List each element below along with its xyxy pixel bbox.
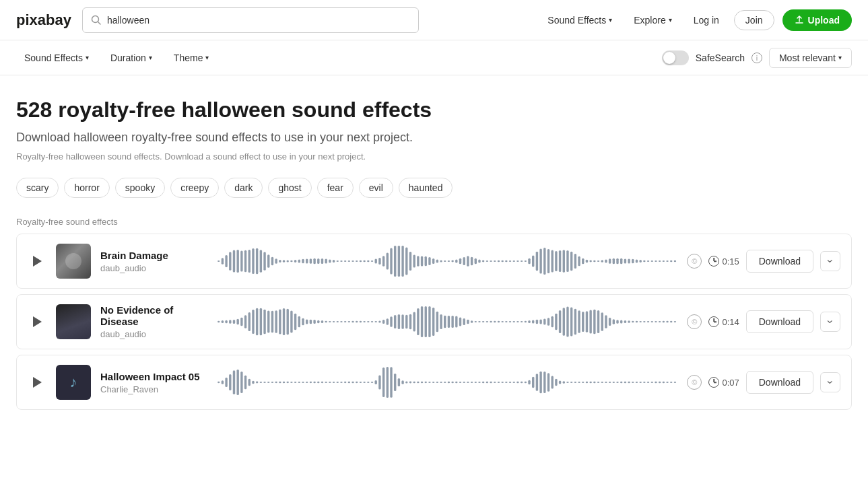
tag-item[interactable]: spooky <box>115 178 165 198</box>
svg-rect-199 <box>513 321 515 322</box>
sound-info: No Evidence of Diseasedaub_audio <box>100 304 208 339</box>
waveform[interactable] <box>218 244 677 279</box>
more-options-button[interactable]: › <box>820 251 840 271</box>
svg-rect-212 <box>563 308 565 337</box>
svg-rect-154 <box>340 321 342 322</box>
more-options-button[interactable]: › <box>820 312 840 332</box>
svg-rect-135 <box>267 311 269 333</box>
svg-rect-78 <box>509 260 511 262</box>
svg-rect-216 <box>578 311 580 334</box>
svg-rect-130 <box>248 312 251 331</box>
svg-rect-100 <box>593 260 595 262</box>
svg-rect-106 <box>616 258 618 264</box>
svg-rect-296 <box>425 382 427 383</box>
svg-rect-254 <box>263 382 265 383</box>
svg-rect-330 <box>555 379 557 386</box>
play-button[interactable] <box>28 252 46 271</box>
info-icon[interactable]: i <box>752 53 762 63</box>
svg-rect-3 <box>222 258 224 265</box>
sort-button[interactable]: Most relevant ▾ <box>769 48 852 68</box>
svg-rect-263 <box>298 382 300 383</box>
more-options-button[interactable]: › <box>820 372 840 392</box>
svg-rect-64 <box>455 260 457 263</box>
theme-filter[interactable]: Theme ▾ <box>166 48 218 67</box>
svg-rect-192 <box>486 321 488 322</box>
svg-rect-339 <box>589 382 591 384</box>
svg-rect-149 <box>321 320 323 323</box>
sound-title[interactable]: Brain Damage <box>100 250 208 261</box>
sound-title[interactable]: No Evidence of Disease <box>100 304 208 327</box>
svg-rect-217 <box>582 312 584 332</box>
svg-rect-134 <box>263 310 265 335</box>
svg-rect-211 <box>559 310 561 333</box>
sound-title[interactable]: Halloween Impact 05 <box>100 371 208 382</box>
explore-nav[interactable]: Explore ▾ <box>627 11 678 30</box>
tag-item[interactable]: ghost <box>268 178 311 198</box>
svg-rect-37 <box>352 260 354 262</box>
svg-rect-99 <box>589 260 591 262</box>
nav-right: Sound Effects ▾ Explore ▾ Log in Join Up… <box>541 9 852 31</box>
svg-rect-210 <box>555 314 557 330</box>
svg-rect-226 <box>616 320 618 324</box>
svg-rect-98 <box>586 260 588 262</box>
svg-rect-157 <box>352 321 354 322</box>
svg-rect-231 <box>636 321 638 322</box>
svg-rect-32 <box>333 260 335 263</box>
play-button[interactable] <box>28 373 46 392</box>
download-button[interactable]: Download <box>746 371 813 394</box>
tag-item[interactable]: horror <box>64 178 109 198</box>
svg-rect-312 <box>486 382 488 384</box>
play-icon <box>33 377 42 388</box>
safe-search-label: SafeSearch <box>696 53 745 63</box>
page-description: Royalty-free halloween sound effects. Do… <box>16 151 852 162</box>
sound-author[interactable]: daub_audio <box>100 263 208 273</box>
svg-rect-89 <box>551 250 553 273</box>
svg-rect-195 <box>498 321 500 323</box>
upload-button[interactable]: Upload <box>782 9 852 31</box>
sound-author[interactable]: daub_audio <box>100 329 208 339</box>
sound-effects-nav[interactable]: Sound Effects ▾ <box>541 11 619 30</box>
svg-rect-65 <box>459 258 461 264</box>
svg-rect-29 <box>321 258 323 264</box>
svg-rect-344 <box>609 382 611 383</box>
svg-line-1 <box>98 22 100 24</box>
svg-rect-97 <box>582 258 584 264</box>
svg-rect-125 <box>229 320 231 324</box>
svg-rect-31 <box>329 260 331 263</box>
svg-rect-13 <box>260 250 262 273</box>
svg-rect-51 <box>405 248 407 275</box>
svg-rect-8 <box>240 251 242 272</box>
svg-rect-290 <box>401 381 403 385</box>
tag-item[interactable]: scary <box>16 178 59 198</box>
download-button[interactable]: Download <box>746 310 813 333</box>
tag-item[interactable]: fear <box>317 178 354 198</box>
waveform[interactable] <box>218 365 677 400</box>
play-button[interactable] <box>28 312 46 331</box>
search-input[interactable] <box>107 15 410 26</box>
sound-author[interactable]: Charlie_Raven <box>100 384 208 394</box>
svg-rect-66 <box>463 257 465 265</box>
tag-item[interactable]: dark <box>224 178 263 198</box>
svg-rect-225 <box>613 320 615 324</box>
svg-rect-264 <box>302 382 304 383</box>
download-button[interactable]: Download <box>746 250 813 273</box>
safe-search-toggle[interactable] <box>662 50 689 65</box>
svg-rect-147 <box>313 320 315 324</box>
svg-rect-139 <box>283 308 285 335</box>
svg-rect-301 <box>444 382 446 383</box>
svg-rect-160 <box>363 321 365 322</box>
waveform[interactable] <box>218 304 677 339</box>
svg-rect-320 <box>516 382 519 383</box>
chevron-down-icon: ▾ <box>838 54 842 61</box>
logo[interactable]: pixabay <box>16 11 71 29</box>
svg-rect-133 <box>260 308 262 335</box>
svg-rect-118 <box>663 260 665 262</box>
login-button[interactable]: Log in <box>687 11 726 30</box>
tag-item[interactable]: evil <box>359 178 393 198</box>
duration-filter[interactable]: Duration ▾ <box>102 48 160 67</box>
join-button[interactable]: Join <box>734 10 774 30</box>
tag-item[interactable]: creepy <box>170 178 219 198</box>
sound-effects-filter[interactable]: Sound Effects ▾ <box>16 48 97 67</box>
tag-item[interactable]: haunted <box>399 178 453 198</box>
svg-rect-286 <box>387 367 389 398</box>
